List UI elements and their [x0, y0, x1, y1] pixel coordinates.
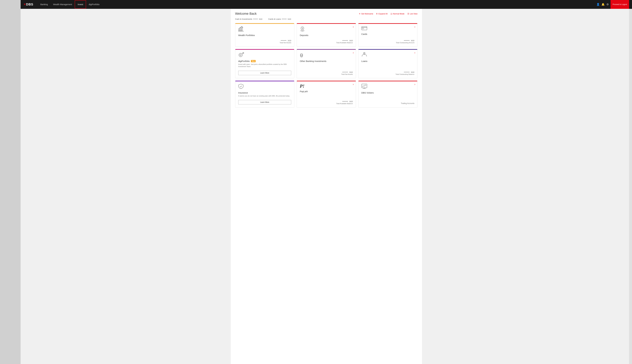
paylah-card[interactable]: › P! PayLah! ••••••• SGD Total Available… — [297, 80, 356, 108]
paylah-chevron[interactable]: › — [353, 83, 354, 86]
logo-x-icon: ✕ — [24, 3, 26, 6]
header-actions: ✳ Set Nickname ⬇ Expand All ◫ Normal Mod… — [359, 13, 418, 15]
other-banking-currency: SGD — [349, 71, 353, 73]
nav-links: Banking Wealth Management Invest digiPor… — [38, 0, 102, 9]
dbs-vickers-icon — [361, 84, 414, 90]
normal-mode-action[interactable]: ◫ Normal Mode — [390, 13, 404, 15]
card-border-wealth — [235, 23, 294, 24]
welcome-title: Welcome Back — [235, 12, 257, 16]
other-banking-amount-label: Total Net Assets — [300, 74, 353, 75]
nav-invest[interactable]: Invest — [75, 0, 86, 8]
cards-chevron[interactable]: › — [414, 25, 415, 28]
cards-loans-stars: •••••• — [282, 18, 287, 20]
loans-chevron[interactable]: › — [414, 51, 415, 54]
deposits-title: Deposits — [300, 34, 353, 36]
cards-card[interactable]: › Cards ••••••• SGD Total Ou — [358, 23, 418, 46]
wealth-portfolios-icon — [238, 26, 291, 32]
proceed-logout-button[interactable]: Proceed to Logout — [610, 0, 629, 9]
other-banking-chevron[interactable]: › — [353, 51, 354, 54]
insurance-title: Insurance — [238, 92, 291, 94]
cards-icon — [361, 26, 414, 31]
paylah-title: PayLah! — [300, 90, 353, 93]
other-banking-investments-icon — [300, 52, 353, 58]
cards-loans-label: Cards & Loans — [268, 18, 281, 20]
card-border-deposits — [297, 23, 356, 24]
dbs-vickers-chevron[interactable]: › — [414, 83, 415, 86]
navbar: ✕ DBS Banking Wealth Management Invest d… — [20, 0, 632, 9]
wealth-portfolios-amount-label: Total Net Assets — [238, 42, 291, 44]
card-border-insurance — [235, 81, 294, 81]
insurance-icon — [238, 84, 291, 90]
set-nickname-icon: ✳ — [359, 13, 360, 15]
dbs-vickers-card[interactable]: › DBS Vickers Trading Accounts — [358, 80, 418, 108]
wealth-portfolios-title: Wealth Portfolios — [238, 34, 291, 36]
logo: ✕ DBS — [24, 2, 33, 6]
gear-icon[interactable]: ⚙ — [606, 3, 609, 6]
nav-wealth-management[interactable]: Wealth Management — [50, 0, 75, 9]
new-badge: New — [251, 60, 256, 62]
list-view-label: List View — [410, 13, 418, 15]
cards-amount: ••••••• SGD Total Outstanding Amount — [361, 39, 414, 44]
other-banking-amount: ••••••• SGD Total Net Assets — [300, 71, 353, 75]
other-banking-stars: ••••••• — [342, 71, 348, 73]
paylah-amount-label: Total Available Balance — [300, 103, 353, 104]
svg-text:$: $ — [364, 52, 364, 54]
insurance-learn-more-button[interactable]: Learn More — [238, 100, 291, 104]
digiportfolio-icon: $ ↗ — [238, 52, 291, 58]
cash-investments-currency: SGD — [259, 18, 262, 20]
card-border-digi — [235, 49, 294, 50]
normal-mode-icon: ◫ — [390, 13, 392, 15]
list-view-action[interactable]: ☰ List View — [408, 13, 418, 15]
card-border-banking — [297, 49, 356, 50]
deposits-icon: $ — [300, 26, 353, 32]
card-border-paylah — [297, 81, 356, 81]
deposits-amount: ••••••• SGD Total Available Balance — [300, 39, 353, 44]
cards-amount-label: Total Outstanding Amount — [361, 42, 414, 44]
header-row: Welcome Back ✳ Set Nickname ⬇ Expand All… — [235, 12, 418, 16]
loans-icon: $ — [361, 52, 414, 58]
svg-text:$: $ — [240, 54, 241, 56]
wealth-portfolios-currency: SGD — [288, 40, 291, 42]
cash-investments-summary: Cash & Investments •••••• SGD — [235, 18, 262, 20]
wealth-portfolios-card: Wealth Portfolios ••••••• SGD Total Net … — [235, 23, 294, 46]
nav-banking[interactable]: Banking — [38, 0, 50, 9]
normal-mode-label: Normal Mode — [393, 13, 404, 15]
deposits-card[interactable]: › $ Deposits ••••••• SGD — [297, 23, 356, 46]
svg-text:$: $ — [302, 27, 303, 30]
card-border-cards — [358, 23, 418, 24]
cash-investments-label: Cash & Investments — [235, 18, 252, 20]
loans-stars: ••••••• — [404, 71, 410, 73]
paylah-icon: P! — [300, 84, 353, 88]
loans-currency: SGD — [411, 71, 414, 73]
bell-icon[interactable]: 🔔 — [602, 3, 605, 6]
paylah-amount: ••••••• SGD Total Available Balance — [300, 100, 353, 104]
deposits-currency: SGD — [349, 40, 353, 42]
expand-all-label: Expand All — [378, 13, 388, 15]
insurance-description: It seems you do not have an existing pla… — [238, 95, 291, 97]
svg-text:↗: ↗ — [243, 52, 244, 54]
right-scroll-panel — [629, 0, 632, 364]
other-banking-investments-card[interactable]: › Other Banking Investments ••••••• SGD — [297, 49, 356, 78]
digiportfolio-description: Invest with ease. Just pick a diversifie… — [238, 63, 291, 68]
main-content: Welcome Back ✳ Set Nickname ⬇ Expand All… — [231, 9, 422, 364]
cards-stars: ••••••• — [404, 40, 410, 42]
list-view-icon: ☰ — [408, 13, 409, 15]
deposits-amount-label: Total Available Balance — [300, 42, 353, 44]
digiportfolio-card: $ ↗ digiPortfolio New Invest with ease. … — [235, 49, 294, 78]
loans-title: Loans — [361, 60, 414, 62]
set-nickname-action[interactable]: ✳ Set Nickname — [359, 13, 373, 15]
cash-investments-stars: •••••• — [253, 18, 258, 20]
insurance-card: Insurance It seems you do not have an ex… — [235, 80, 294, 108]
card-border-vickers — [358, 81, 418, 81]
nav-digiportfolio[interactable]: digiPortfolio — [86, 0, 102, 9]
deposits-chevron[interactable]: › — [353, 25, 354, 28]
cards-grid: Wealth Portfolios ••••••• SGD Total Net … — [235, 23, 418, 108]
loans-card[interactable]: › $ Loans ••••••• SGD Total O — [358, 49, 418, 78]
nav-right-actions: 👤 🔔 ⚙ Proceed to Logout — [596, 0, 629, 9]
digiportfolio-learn-more-button[interactable]: Learn More — [238, 71, 291, 75]
expand-all-action[interactable]: ⬇ Expand All — [376, 13, 388, 15]
user-icon[interactable]: 👤 — [596, 3, 600, 6]
wealth-portfolios-amount: ••••••• SGD Total Net Assets — [238, 39, 291, 44]
cards-currency: SGD — [411, 40, 414, 42]
svg-rect-1 — [240, 28, 241, 31]
